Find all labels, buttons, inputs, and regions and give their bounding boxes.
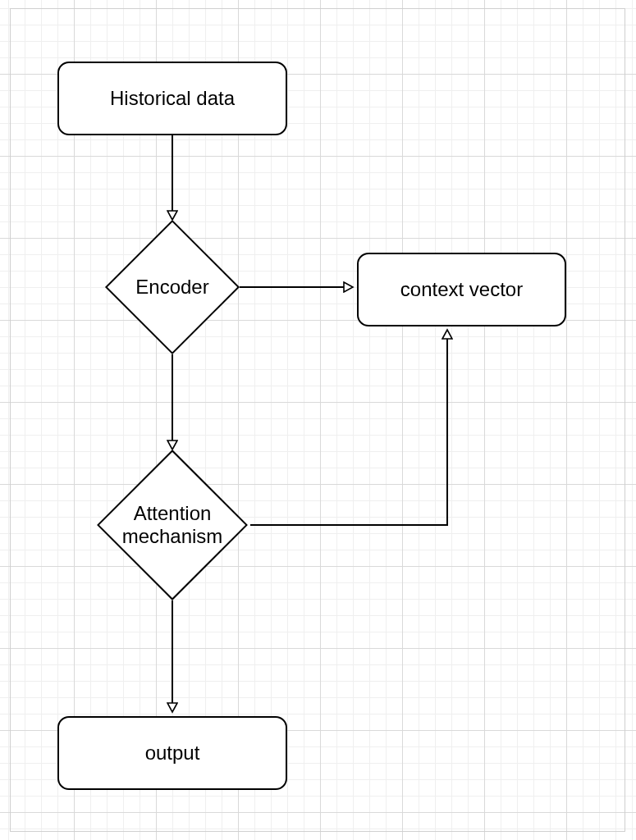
node-output-label: output — [145, 742, 200, 765]
node-output[interactable]: output — [57, 716, 287, 790]
node-historical-data[interactable]: Historical data — [57, 62, 287, 135]
node-context-vector[interactable]: context vector — [357, 253, 566, 326]
node-encoder-label: Encoder — [135, 276, 208, 299]
node-attention[interactable]: Attention mechanism — [119, 472, 226, 578]
node-context-vector-label: context vector — [400, 278, 523, 302]
node-attention-label: Attention mechanism — [122, 502, 223, 547]
diagram-canvas: Historical data Encoder context vector A… — [0, 0, 636, 840]
node-encoder[interactable]: Encoder — [125, 240, 220, 335]
node-historical-data-label: Historical data — [110, 87, 235, 111]
